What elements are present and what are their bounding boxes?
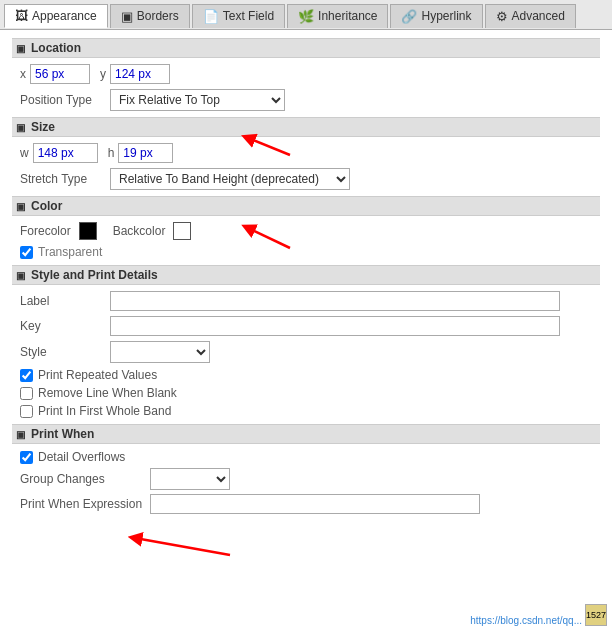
stretch-type-select[interactable]: Relative To Band Height (deprecated) No … <box>110 168 350 190</box>
style-print-collapse-icon[interactable]: ▣ <box>16 270 25 281</box>
w-input[interactable] <box>33 143 98 163</box>
size-section-header[interactable]: ▣ Size <box>12 117 600 137</box>
inheritance-tab-icon: 🌿 <box>298 9 314 24</box>
style-select[interactable] <box>110 341 210 363</box>
transparent-row: Transparent <box>12 245 600 259</box>
print-when-section: ▣ Print When Detail Overflows Group Chan… <box>12 424 600 514</box>
position-type-row: Position Type Fix Relative To Top Float … <box>12 89 600 111</box>
position-type-select[interactable]: Fix Relative To Top Float Fix Relative T… <box>110 89 285 111</box>
group-changes-row: Group Changes <box>12 468 600 490</box>
size-section: ▣ Size w h Stretch Type Relative To Band… <box>12 117 600 190</box>
print-repeated-row: Print Repeated Values <box>12 368 600 382</box>
location-section-header[interactable]: ▣ Location <box>12 38 600 58</box>
print-first-row: Print In First Whole Band <box>12 404 600 418</box>
y-input[interactable] <box>110 64 170 84</box>
tab-hyperlink[interactable]: 🔗 Hyperlink <box>390 4 482 28</box>
tab-textfield-label: Text Field <box>223 9 274 23</box>
print-when-expr-input[interactable] <box>150 494 480 514</box>
print-repeated-label: Print Repeated Values <box>38 368 157 382</box>
stretch-type-row: Stretch Type Relative To Band Height (de… <box>12 168 600 190</box>
borders-tab-icon: ▣ <box>121 9 133 24</box>
tab-appearance[interactable]: 🖼 Appearance <box>4 4 108 28</box>
label-input[interactable] <box>110 291 560 311</box>
x-label: x <box>20 67 26 81</box>
forecolor-label: Forecolor <box>20 224 71 238</box>
detail-overflows-label: Detail Overflows <box>38 450 125 464</box>
location-title: Location <box>31 41 81 55</box>
print-when-section-header[interactable]: ▣ Print When <box>12 424 600 444</box>
print-when-expr-label: Print When Expression <box>20 497 150 511</box>
stretch-type-label: Stretch Type <box>20 172 110 186</box>
tab-bar: 🖼 Appearance ▣ Borders 📄 Text Field 🌿 In… <box>0 0 612 30</box>
key-field-label: Key <box>20 319 110 333</box>
print-when-expr-row: Print When Expression <box>12 494 600 514</box>
transparent-checkbox[interactable] <box>20 246 33 259</box>
key-row: Key <box>12 316 600 336</box>
backcolor-label: Backcolor <box>113 224 166 238</box>
detail-overflows-row: Detail Overflows <box>12 450 600 464</box>
style-print-section-header[interactable]: ▣ Style and Print Details <box>12 265 600 285</box>
tab-inheritance[interactable]: 🌿 Inheritance <box>287 4 388 28</box>
color-section: ▣ Color Forecolor Backcolor Transparent <box>12 196 600 259</box>
main-content: ▣ Location x y Position Type Fix Relativ… <box>0 30 612 628</box>
style-row: Style <box>12 341 600 363</box>
y-label: y <box>100 67 106 81</box>
transparent-label: Transparent <box>38 245 102 259</box>
print-when-title: Print When <box>31 427 94 441</box>
group-changes-label: Group Changes <box>20 472 150 486</box>
group-changes-select[interactable] <box>150 468 230 490</box>
tab-borders-label: Borders <box>137 9 179 23</box>
tab-inheritance-label: Inheritance <box>318 9 377 23</box>
size-collapse-icon[interactable]: ▣ <box>16 122 25 133</box>
location-section: ▣ Location x y Position Type Fix Relativ… <box>12 38 600 111</box>
color-collapse-icon[interactable]: ▣ <box>16 201 25 212</box>
w-label: w <box>20 146 29 160</box>
textfield-tab-icon: 📄 <box>203 9 219 24</box>
appearance-tab-icon: 🖼 <box>15 8 28 23</box>
location-xy-row: x y <box>12 64 600 84</box>
key-input[interactable] <box>110 316 560 336</box>
remove-line-checkbox[interactable] <box>20 387 33 400</box>
h-input[interactable] <box>118 143 173 163</box>
size-title: Size <box>31 120 55 134</box>
style-field-label: Style <box>20 345 110 359</box>
label-field-label: Label <box>20 294 110 308</box>
color-section-header[interactable]: ▣ Color <box>12 196 600 216</box>
h-label: h <box>108 146 115 160</box>
tab-hyperlink-label: Hyperlink <box>421 9 471 23</box>
remove-line-row: Remove Line When Blank <box>12 386 600 400</box>
hyperlink-tab-icon: 🔗 <box>401 9 417 24</box>
tab-advanced-label: Advanced <box>512 9 565 23</box>
remove-line-label: Remove Line When Blank <box>38 386 177 400</box>
print-when-collapse-icon[interactable]: ▣ <box>16 429 25 440</box>
label-row: Label <box>12 291 600 311</box>
print-first-checkbox[interactable] <box>20 405 33 418</box>
x-input[interactable] <box>30 64 90 84</box>
print-first-label: Print In First Whole Band <box>38 404 171 418</box>
size-wh-row: w h <box>12 143 600 163</box>
tab-textfield[interactable]: 📄 Text Field <box>192 4 285 28</box>
backcolor-swatch[interactable] <box>173 222 191 240</box>
tab-borders[interactable]: ▣ Borders <box>110 4 190 28</box>
position-type-label: Position Type <box>20 93 110 107</box>
advanced-tab-icon: ⚙ <box>496 9 508 24</box>
forecolor-swatch[interactable] <box>79 222 97 240</box>
bottom-right-icon[interactable]: 1527 <box>585 604 607 626</box>
print-repeated-checkbox[interactable] <box>20 369 33 382</box>
color-title: Color <box>31 199 62 213</box>
tab-appearance-label: Appearance <box>32 9 97 23</box>
style-print-section: ▣ Style and Print Details Label Key Styl… <box>12 265 600 418</box>
color-row: Forecolor Backcolor <box>12 222 600 240</box>
style-print-title: Style and Print Details <box>31 268 158 282</box>
detail-overflows-checkbox[interactable] <box>20 451 33 464</box>
watermark: https://blog.csdn.net/qq... <box>470 615 582 626</box>
location-collapse-icon[interactable]: ▣ <box>16 43 25 54</box>
tab-advanced[interactable]: ⚙ Advanced <box>485 4 576 28</box>
